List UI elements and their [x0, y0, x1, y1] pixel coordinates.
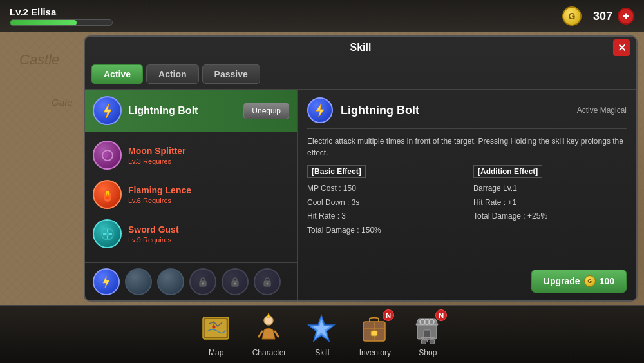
dialog-body: Lightning Bolt Unequip Moon Splitter Lv: [85, 90, 636, 300]
svg-rect-15: [205, 319, 227, 337]
inventory-badge: N: [383, 309, 394, 321]
gold-amount: 307: [587, 10, 612, 23]
nav-map-label: Map: [209, 348, 223, 357]
skill-type-badge: Active Magical: [577, 106, 627, 115]
moon-splitter-name: Moon Splitter: [128, 146, 185, 156]
nav-inventory-label: Inventory: [359, 348, 391, 357]
basic-effect-mp: MP Cost : 150: [307, 182, 460, 196]
moon-splitter-req: Lv.3 Requires: [128, 157, 185, 165]
addition-effect-header: [Addition Effect]: [473, 165, 542, 178]
svg-point-10: [234, 283, 236, 285]
basic-effect-column: [Basic Effect] MP Cost : 150 Cool Down :…: [307, 165, 460, 263]
upgrade-gold-icon: G: [584, 275, 596, 287]
nav-item-map[interactable]: Map: [200, 312, 233, 357]
skill-slot-6[interactable]: [254, 268, 281, 295]
character-icon-wrapper: [252, 312, 286, 346]
svg-marker-13: [316, 104, 324, 117]
svg-point-5: [106, 232, 109, 236]
player-name: Lv.2 Ellisa: [10, 6, 113, 17]
addition-effect-dmg: Total Damage : +25%: [473, 210, 627, 224]
shop-icon-wrapper: N: [411, 312, 444, 346]
hp-bar: [10, 19, 113, 26]
nav-item-character[interactable]: Character: [252, 312, 287, 357]
nav-item-inventory[interactable]: N Inventory: [358, 312, 392, 357]
upgrade-cost: 100: [600, 276, 614, 286]
hp-fill: [10, 20, 77, 25]
basic-effect-cd: Cool Down : 3s: [307, 196, 460, 210]
addition-effect-hit: Hit Rate : +1: [473, 196, 627, 210]
svg-marker-0: [104, 104, 111, 118]
equipped-skill-row[interactable]: Lightning Bolt Unequip: [85, 90, 297, 132]
svg-marker-6: [103, 276, 109, 288]
sword-gust-icon: [93, 219, 122, 248]
bottom-nav: Map Character Skill N: [0, 305, 644, 363]
svg-rect-22: [371, 331, 377, 336]
flaming-lence-icon: [93, 180, 122, 209]
basic-effect-header: [Basic Effect]: [307, 165, 366, 178]
add-gold-button[interactable]: +: [618, 8, 634, 25]
tab-active[interactable]: Active: [91, 64, 143, 84]
skill-icon-wrapper: [305, 312, 339, 346]
map-decoration: Gate: [52, 97, 73, 108]
gold-icon: G: [562, 6, 582, 26]
tab-row: Active Action Passive: [85, 59, 636, 90]
addition-effect-column: [Addition Effect] Barrage Lv.1 Hit Rate …: [473, 165, 627, 263]
currency-area: G 307 +: [562, 6, 634, 26]
basic-effect-dmg: Total Damage : 150%: [307, 224, 460, 238]
addition-effect-barrage: Barrage Lv.1: [473, 182, 627, 196]
tab-action[interactable]: Action: [146, 64, 199, 84]
nav-character-label: Character: [252, 348, 287, 357]
skill-detail-panel: Lightning Bolt Active Magical Electric a…: [298, 90, 636, 300]
inventory-icon-wrapper: N: [358, 312, 392, 346]
skill-dialog: Skill ✕ Active Action Passive Lightning …: [84, 35, 638, 302]
svg-marker-18: [267, 313, 270, 317]
skill-effects: [Basic Effect] MP Cost : 150 Cool Down :…: [307, 165, 627, 263]
skill-slot-5[interactable]: [222, 268, 249, 295]
detail-skill-name: Lightning Bolt: [341, 104, 569, 117]
nav-item-shop[interactable]: N Shop: [411, 312, 444, 357]
nav-item-skill[interactable]: Skill: [305, 312, 339, 357]
unequip-button[interactable]: Unequip: [243, 103, 289, 119]
equipped-skill-name: Lightning Bolt: [128, 105, 237, 117]
skill-slot-2[interactable]: [125, 268, 152, 295]
svg-point-29: [430, 339, 435, 344]
skill-item-moon-splitter[interactable]: Moon Splitter Lv.3 Requires: [85, 135, 297, 175]
svg-point-8: [202, 283, 204, 285]
basic-effect-hit: Hit Rate : 3: [307, 210, 460, 224]
sword-gust-req: Lv.9 Requires: [128, 236, 179, 244]
lightning-bolt-icon: [93, 96, 122, 125]
skill-detail-header: Lightning Bolt Active Magical: [307, 97, 627, 129]
dialog-title: Skill: [350, 42, 372, 54]
sword-gust-name: Sword Gust: [128, 224, 179, 235]
skill-item-flaming-lence[interactable]: Flaming Lence Lv.6 Requires: [85, 175, 297, 214]
tab-passive[interactable]: Passive: [202, 64, 260, 84]
skill-item-sword-gust[interactable]: Sword Gust Lv.9 Requires: [85, 214, 297, 253]
skill-description: Electric attack multiple times in front …: [307, 135, 627, 159]
skill-slot-3[interactable]: [157, 268, 184, 295]
nav-skill-label: Skill: [315, 348, 329, 357]
flaming-lence-req: Lv.6 Requires: [128, 197, 191, 204]
flaming-lence-info: Flaming Lence Lv.6 Requires: [128, 185, 191, 204]
upgrade-row: Upgrade G 100: [307, 270, 627, 293]
shop-badge: N: [435, 309, 447, 321]
flaming-lence-name: Flaming Lence: [128, 185, 191, 195]
detail-skill-icon: [307, 97, 333, 123]
skill-slot-1[interactable]: [93, 268, 120, 295]
skill-slots: [85, 262, 297, 300]
player-info: Lv.2 Ellisa: [10, 6, 113, 26]
svg-point-12: [267, 283, 269, 285]
map-decoration: Castle: [19, 52, 59, 68]
skill-list-items: Moon Splitter Lv.3 Requires Flami: [85, 132, 297, 262]
upgrade-button[interactable]: Upgrade G 100: [531, 270, 627, 293]
skill-slot-4[interactable]: [189, 268, 216, 295]
moon-splitter-info: Moon Splitter Lv.3 Requires: [128, 146, 185, 165]
nav-shop-label: Shop: [419, 348, 437, 357]
moon-splitter-icon: [93, 141, 122, 170]
sword-gust-info: Sword Gust Lv.9 Requires: [128, 224, 179, 244]
upgrade-btn-label: Upgrade: [544, 276, 580, 286]
svg-point-28: [421, 339, 426, 344]
dialog-header: Skill ✕: [85, 37, 636, 59]
skill-list-panel: Lightning Bolt Unequip Moon Splitter Lv: [85, 90, 298, 300]
map-icon-wrapper: [200, 312, 233, 346]
close-button[interactable]: ✕: [613, 39, 630, 56]
